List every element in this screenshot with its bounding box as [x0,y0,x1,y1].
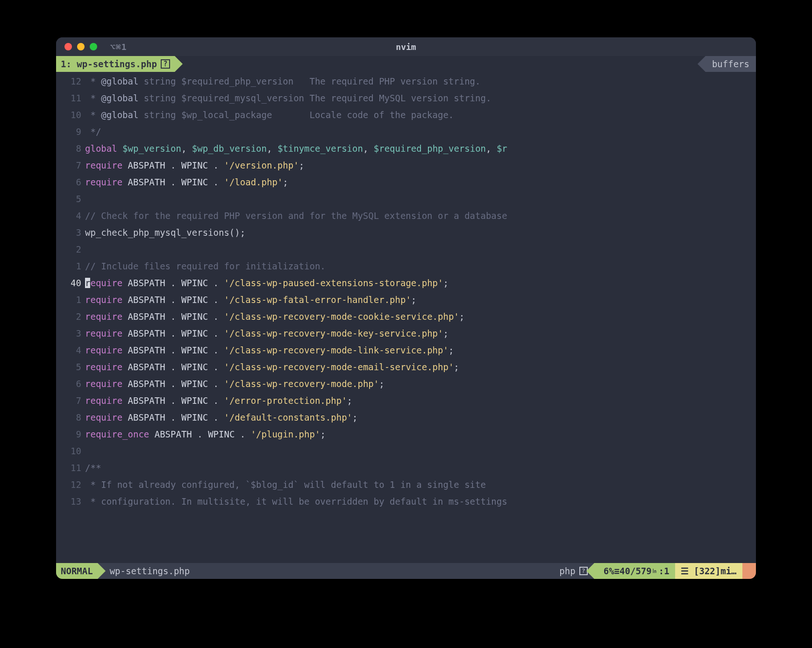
line-number: 6 [56,174,85,190]
code-line[interactable]: 40require ABSPATH . WPINC . '/class-wp-p… [56,275,756,291]
line-number: 6 [56,375,85,392]
code-line[interactable]: 9require_once ABSPATH . WPINC . '/plugin… [56,426,756,443]
code-content[interactable]: require ABSPATH . WPINC . '/version.php'… [85,157,756,174]
line-number: 7 [56,392,85,409]
code-content[interactable]: // Include files required for initializa… [85,258,756,275]
editor-pane[interactable]: 12 * @global string $required_php_versio… [56,72,756,563]
line-icon: ≡ [614,566,620,576]
code-content[interactable]: wp_check_php_mysql_versions(); [85,224,756,241]
titlebar: ⌥⌘1 nvim [56,37,756,56]
total-lines: 579 [635,566,651,576]
line-number: 40 [620,566,630,576]
line-number: 11 [56,459,85,476]
modified-flag-icon: ? [161,59,170,69]
line-number: 4 [56,207,85,224]
line-number: 12 [56,73,85,90]
code-content[interactable]: require ABSPATH . WPINC . '/class-wp-fat… [85,291,756,308]
active-buffer-tab[interactable]: 1: wp-settings.php ? [56,56,175,72]
code-content[interactable]: require ABSPATH . WPINC . '/default-cons… [85,409,756,426]
code-line[interactable]: 4require ABSPATH . WPINC . '/class-wp-re… [56,342,756,359]
code-content[interactable]: require ABSPATH . WPINC . '/class-wp-rec… [85,375,756,392]
code-line[interactable]: 8global $wp_version, $wp_db_version, $ti… [56,140,756,157]
code-content[interactable]: * If not already configured, `$blog_id` … [85,476,756,493]
status-spacer [195,563,554,579]
code-line[interactable]: 3require ABSPATH . WPINC . '/class-wp-re… [56,325,756,342]
zoom-icon[interactable] [90,43,97,50]
close-icon[interactable] [64,43,72,50]
line-number: 3 [56,224,85,241]
code-line[interactable]: 1require ABSPATH . WPINC . '/class-wp-fa… [56,291,756,308]
code-content[interactable] [85,241,756,258]
tabline-spacer [175,56,705,72]
code-line[interactable]: 5require ABSPATH . WPINC . '/class-wp-re… [56,359,756,375]
code-content[interactable] [85,443,756,459]
code-content[interactable]: * configuration. In multisite, it will b… [85,493,756,510]
code-content[interactable]: require ABSPATH . WPINC . '/class-wp-rec… [85,342,756,359]
traffic-lights [64,43,97,50]
tab-filename: wp-settings.php [77,59,157,69]
line-number: 7 [56,157,85,174]
code-content[interactable]: require ABSPATH . WPINC . '/class-wp-rec… [85,359,756,375]
extra-segment-2 [742,563,756,579]
code-line[interactable]: 3wp_check_php_mysql_versions(); [56,224,756,241]
code-content[interactable]: require ABSPATH . WPINC . '/class-wp-rec… [85,308,756,325]
code-line[interactable]: 2require ABSPATH . WPINC . '/class-wp-re… [56,308,756,325]
code-line[interactable]: 13 * configuration. In multisite, it wil… [56,493,756,510]
code-line[interactable]: 11 * @global string $required_mysql_vers… [56,90,756,106]
code-line[interactable]: 9 */ [56,123,756,140]
code-line[interactable]: 10 * @global string $wp_local_package Lo… [56,106,756,123]
code-line[interactable]: 10 [56,443,756,459]
code-content[interactable]: require ABSPATH . WPINC . '/class-wp-pau… [85,275,756,291]
buffers-label[interactable]: buffers [705,56,756,72]
position-segment: 6% ≡ 40/579 ㏑:1 [594,563,675,579]
code-content[interactable]: /** [85,459,756,476]
code-line[interactable]: 4// Check for the required PHP version a… [56,207,756,224]
col-number: :1 [659,566,670,576]
code-content[interactable] [85,190,756,207]
code-line[interactable]: 12 * @global string $required_php_versio… [56,73,756,90]
code-line[interactable]: 7require ABSPATH . WPINC . '/error-prote… [56,392,756,409]
code-content[interactable]: // Check for the required PHP version an… [85,207,756,224]
code-content[interactable]: global $wp_version, $wp_db_version, $tin… [85,140,756,157]
line-number: 3 [56,325,85,342]
code-content[interactable]: * @global string $required_php_version T… [85,73,756,90]
code-content[interactable]: require ABSPATH . WPINC . '/class-wp-rec… [85,325,756,342]
code-content[interactable]: require_once ABSPATH . WPINC . '/plugin.… [85,426,756,443]
code-line[interactable]: 5 [56,190,756,207]
line-number: 4 [56,342,85,359]
code-content[interactable]: */ [85,123,756,140]
code-line[interactable]: 8require ABSPATH . WPINC . '/default-con… [56,409,756,426]
line-number: 8 [56,409,85,426]
line-number: 12 [56,476,85,493]
line-number: 1 [56,291,85,308]
terminal-window: ⌥⌘1 nvim 1: wp-settings.php ? buffers 12… [56,37,756,579]
col-icon: ㏑ [652,568,657,574]
code-line[interactable]: 6require ABSPATH . WPINC . '/load.php'; [56,174,756,190]
code-line[interactable]: 12 * If not already configured, `$blog_i… [56,476,756,493]
percent: 6% [604,566,614,576]
line-number: 5 [56,190,85,207]
window-title: nvim [56,42,756,52]
code-line[interactable]: 11/** [56,459,756,476]
vim-tabline: 1: wp-settings.php ? buffers [56,56,756,72]
line-number: 2 [56,308,85,325]
code-line[interactable]: 1// Include files required for initializ… [56,258,756,275]
code-line[interactable]: 6require ABSPATH . WPINC . '/class-wp-re… [56,375,756,392]
code-content[interactable]: require ABSPATH . WPINC . '/error-protec… [85,392,756,409]
filetype-text: php [559,566,575,576]
line-number: 1 [56,258,85,275]
vim-statusline: NORMAL wp-settings.php php ? 6% ≡ 40/579… [56,563,756,579]
code-line[interactable]: 2 [56,241,756,258]
code-line[interactable]: 7require ABSPATH . WPINC . '/version.php… [56,157,756,174]
code-content[interactable]: * @global string $required_mysql_version… [85,90,756,106]
line-number: 10 [56,106,85,123]
tab-index: 1: [61,59,71,69]
window-tab-hint: ⌥⌘1 [110,42,127,52]
code-content[interactable]: * @global string $wp_local_package Local… [85,106,756,123]
line-number: 2 [56,241,85,258]
line-number: 40 [56,275,85,291]
minimize-icon[interactable] [77,43,85,50]
line-number: 9 [56,123,85,140]
line-number: 9 [56,426,85,443]
code-content[interactable]: require ABSPATH . WPINC . '/load.php'; [85,174,756,190]
